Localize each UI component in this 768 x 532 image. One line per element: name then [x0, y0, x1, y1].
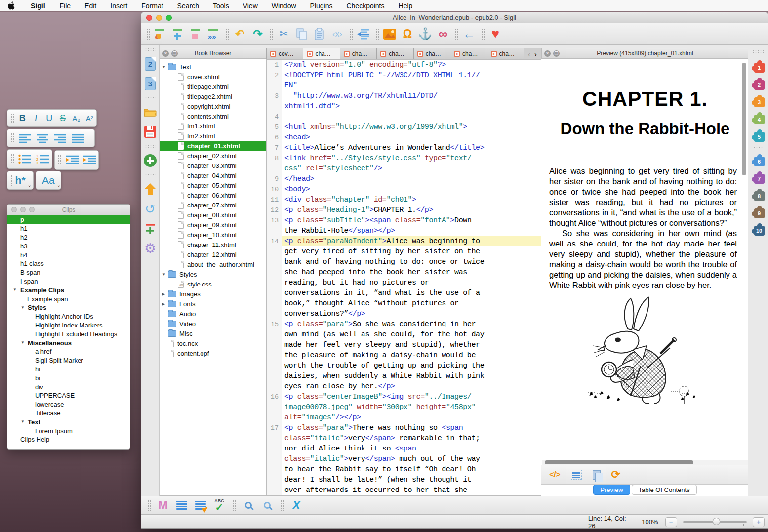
- clip-item[interactable]: a href: [7, 347, 130, 356]
- clip-item[interactable]: Example span: [7, 294, 130, 303]
- open-button[interactable]: [141, 102, 159, 122]
- clip-item[interactable]: Highlight Excluded Headings: [7, 329, 130, 338]
- plugin-button-5[interactable]: 5: [751, 128, 766, 142]
- drag-handle[interactable]: [10, 133, 14, 143]
- align-right-button[interactable]: [51, 134, 69, 143]
- code-view-icon[interactable]: ‹x›: [328, 26, 346, 42]
- toc-icon[interactable]: [173, 498, 190, 513]
- book-browser-item[interactable]: contents.xhtml: [160, 111, 266, 121]
- menu-format[interactable]: Format: [134, 2, 170, 10]
- plugin-button-4[interactable]: 4: [751, 111, 766, 125]
- book-browser-item[interactable]: chapter_09.xhtml: [160, 220, 266, 230]
- refresh-preview-icon[interactable]: ⟳: [611, 468, 620, 481]
- clip-item[interactable]: lowercase: [7, 400, 130, 409]
- clip-item[interactable]: hr: [7, 365, 130, 374]
- code-line[interactable]: 17<p class="para">There was nothing so <…: [267, 423, 541, 433]
- code-line[interactable]: 3 "http://www.w3.org/TR/xhtml11/DTD/: [267, 91, 541, 101]
- link-icon[interactable]: ∞: [434, 26, 452, 42]
- book-browser-item[interactable]: ▼Styles: [160, 269, 266, 279]
- book-browser-item[interactable]: chapter_01.xhtml: [160, 141, 266, 151]
- code-line[interactable]: 15<p class="para">So she was considering…: [267, 319, 541, 329]
- expand-arrow-icon[interactable]: ▼: [21, 305, 25, 310]
- menu-tools[interactable]: Tools: [206, 2, 236, 10]
- book-browser-item[interactable]: chapter_05.xhtml: [160, 180, 266, 190]
- book-browser-item[interactable]: chapter_08.xhtml: [160, 210, 266, 220]
- menu-help[interactable]: Help: [392, 2, 420, 10]
- code-line[interactable]: book,” thought Alice “without pictures o…: [267, 298, 541, 309]
- anchor-icon[interactable]: ⚓: [416, 26, 434, 42]
- bold-button[interactable]: B: [16, 113, 29, 123]
- code-line[interactable]: alt="images"/></p>: [267, 412, 541, 423]
- align-center-button[interactable]: [34, 134, 51, 143]
- code-line[interactable]: own mind (as well as she could, for the …: [267, 329, 541, 340]
- spellcheck-icon[interactable]: ABC✓: [211, 498, 228, 513]
- code-line[interactable]: 4: [267, 112, 541, 122]
- clip-item[interactable]: h1 class: [7, 259, 130, 268]
- clip-item[interactable]: p: [7, 215, 130, 224]
- add-existing-files-icon[interactable]: [152, 26, 169, 42]
- menu-file[interactable]: File: [53, 2, 78, 10]
- menu-window[interactable]: Window: [265, 2, 303, 10]
- code-line[interactable]: dear! I shall be late!” (when she though…: [267, 475, 541, 485]
- plugin-button-6[interactable]: 6: [751, 153, 766, 167]
- drag-handle[interactable]: [753, 146, 763, 149]
- code-line[interactable]: the pleasure of making a daisy-chain wou…: [267, 350, 541, 361]
- find-icon[interactable]: [240, 498, 257, 513]
- book-browser-item[interactable]: chapter_07.xhtml: [160, 200, 266, 210]
- code-line[interactable]: 14<p class="paraNoIndent">Alice was begi…: [267, 236, 541, 246]
- code-line[interactable]: over afterwards it occurred to her that …: [267, 485, 541, 495]
- code-line[interactable]: EN": [267, 81, 541, 91]
- special-character-icon[interactable]: Ω: [399, 26, 416, 42]
- split-at-cursor-icon[interactable]: »»: [205, 26, 223, 42]
- plugin-button-9[interactable]: 9: [751, 205, 766, 219]
- editor-tab[interactable]: xcha…: [487, 48, 524, 59]
- find-replace-icon[interactable]: [259, 498, 276, 513]
- back-icon[interactable]: ←: [460, 26, 478, 42]
- code-line[interactable]: 1<?xml version="1.0" encoding="utf-8"?>: [267, 60, 541, 70]
- code-line[interactable]: 9</head>: [267, 174, 541, 184]
- clip-item[interactable]: div: [7, 382, 130, 391]
- plugin-button-7[interactable]: 7: [751, 170, 766, 184]
- expand-arrow-icon[interactable]: ▼: [162, 272, 166, 277]
- preview-footer-tab[interactable]: Table Of Contents: [632, 485, 697, 495]
- expand-arrow-icon[interactable]: ▼: [21, 340, 25, 345]
- menu-search[interactable]: Search: [170, 2, 206, 10]
- drag-handle[interactable]: [145, 96, 156, 99]
- indent-button[interactable]: [81, 155, 98, 165]
- insert-split-marker-icon[interactable]: [355, 26, 372, 42]
- code-line[interactable]: she had peeped into the book her sister …: [267, 267, 541, 278]
- book-browser-item[interactable]: ▼Text: [160, 62, 266, 72]
- clip-item[interactable]: B span: [7, 268, 130, 277]
- code-editor[interactable]: 1<?xml version="1.0" encoding="utf-8"?>2…: [266, 59, 541, 496]
- clip-item[interactable]: ▼Text: [7, 417, 130, 426]
- code-line[interactable]: 7<title>Alice’s Adventures in Wonderland…: [267, 143, 541, 153]
- vertical-scrollbar[interactable]: [742, 63, 746, 175]
- select-all-icon[interactable]: [571, 470, 582, 480]
- clip-item[interactable]: UPPERCASE: [7, 391, 130, 400]
- add-button[interactable]: [141, 151, 159, 170]
- code-line[interactable]: worth the trouble of getting up and pick…: [267, 361, 541, 371]
- code-line[interactable]: 8<link href="../Styles/style.css" type="…: [267, 153, 541, 164]
- expand-arrow-icon[interactable]: ▼: [162, 65, 166, 69]
- clip-item[interactable]: Highlight Anchor IDs: [7, 312, 130, 321]
- code-line[interactable]: eyes ran close by her.</p>: [267, 381, 541, 392]
- code-line[interactable]: class="italic">very</span> remarkable in…: [267, 433, 541, 444]
- heading-menu-button[interactable]: h*: [14, 174, 28, 186]
- book-browser-item[interactable]: Audio: [160, 309, 266, 319]
- code-line[interactable]: daisies, when suddenly a White Rabbit wi…: [267, 371, 541, 381]
- code-line[interactable]: 6<head>: [267, 132, 541, 143]
- code-line[interactable]: reading, but it had no pictures or: [267, 278, 541, 288]
- tab-prev-icon[interactable]: ‹: [528, 50, 530, 58]
- menu-checkpoints[interactable]: Checkpoints: [339, 2, 391, 10]
- drag-handle[interactable]: [10, 154, 14, 165]
- align-left-button[interactable]: [16, 134, 34, 143]
- underline-button[interactable]: U: [42, 113, 56, 123]
- editor-tab[interactable]: xcha…: [340, 48, 377, 59]
- plugin-button-3[interactable]: 3: [751, 94, 766, 108]
- book-browser-item[interactable]: chapter_11.xhtml: [160, 240, 266, 249]
- paste-icon[interactable]: [311, 26, 328, 42]
- clip-item[interactable]: br: [7, 373, 130, 382]
- add-blank-section-icon[interactable]: [169, 26, 187, 42]
- copy-icon[interactable]: [593, 470, 601, 480]
- strikethrough-button[interactable]: S: [56, 113, 69, 123]
